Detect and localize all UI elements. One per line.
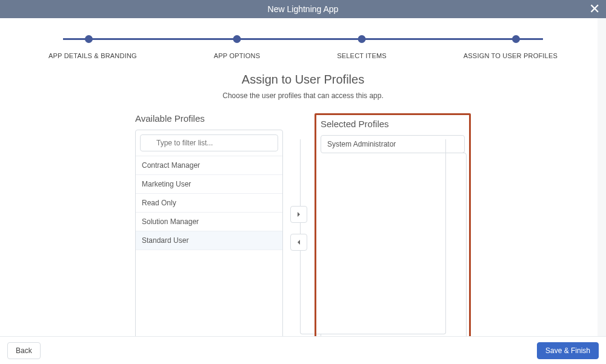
step-app-options[interactable]: APP OPTIONS: [214, 52, 261, 59]
list-item[interactable]: Marketing User: [136, 175, 282, 194]
available-panel: Available Profiles Contract Manager Mark…: [135, 113, 283, 343]
selected-title: Selected Profiles: [321, 119, 465, 129]
chevron-right-icon: [296, 211, 301, 217]
close-icon[interactable]: ✕: [589, 1, 600, 17]
move-right-button[interactable]: [290, 206, 307, 223]
selected-panel-highlight: Selected Profiles System Administrator: [315, 113, 471, 343]
filter-input[interactable]: [140, 134, 278, 151]
page-title: Assign to User Profiles: [0, 73, 606, 87]
modal-title: New Lightning App: [268, 4, 339, 14]
step-assign-profiles[interactable]: ASSIGN TO USER PROFILES: [464, 52, 558, 59]
progress-indicator: APP DETAILS & BRANDING APP OPTIONS SELEC…: [0, 18, 606, 59]
step-select-items[interactable]: SELECT ITEMS: [337, 52, 387, 59]
step-app-details[interactable]: APP DETAILS & BRANDING: [48, 52, 137, 59]
move-controls: [290, 113, 307, 326]
list-item[interactable]: Read Only: [136, 194, 282, 213]
list-item[interactable]: Standard User: [136, 231, 282, 250]
modal-header: New Lightning App ✕: [0, 0, 606, 18]
available-listbox: Contract Manager Marketing User Read Onl…: [135, 130, 283, 343]
list-item[interactable]: Contract Manager: [136, 156, 282, 175]
move-left-button[interactable]: [290, 234, 307, 251]
list-item[interactable]: Solution Manager: [136, 213, 282, 231]
back-button[interactable]: Back: [7, 342, 41, 359]
selected-listbox: [321, 153, 467, 345]
list-item[interactable]: System Administrator: [321, 135, 465, 153]
save-finish-button[interactable]: Save & Finish: [537, 342, 599, 359]
page-subtitle: Choose the user profiles that can access…: [0, 91, 606, 100]
available-title: Available Profiles: [135, 113, 283, 124]
scrollbar[interactable]: [598, 18, 606, 336]
chevron-left-icon: [296, 239, 301, 245]
dual-listbox: Available Profiles Contract Manager Mark…: [0, 113, 606, 343]
progress-line: [63, 38, 543, 40]
modal-footer: Back Save & Finish: [0, 336, 606, 364]
